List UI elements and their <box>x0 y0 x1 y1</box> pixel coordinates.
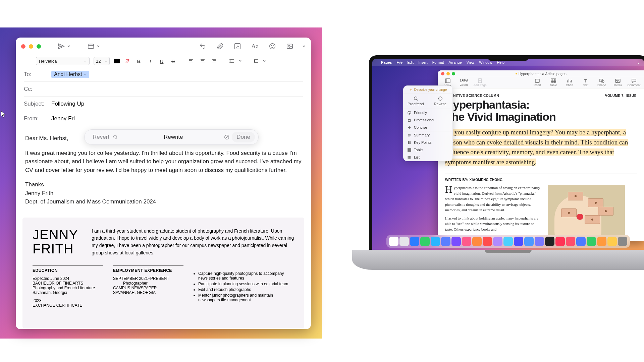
rewrite-icon[interactable] <box>224 134 230 140</box>
menu-insert[interactable]: Insert <box>418 60 428 64</box>
dock-app[interactable] <box>587 237 596 246</box>
dock-app[interactable] <box>545 237 554 246</box>
dock-app[interactable] <box>389 237 398 246</box>
insert-tool[interactable]: Insert <box>531 78 544 87</box>
pages-document[interactable]: COGNITIVE SCIENCE COLUMN VOLUME 7, ISSUE… <box>438 88 644 241</box>
dock-app[interactable] <box>420 237 430 246</box>
dock-app[interactable] <box>472 237 482 246</box>
text-color-swatch[interactable] <box>114 59 120 63</box>
subject-value: Following Up <box>51 101 84 107</box>
done-button[interactable]: Done <box>232 132 255 142</box>
menu-format[interactable]: Format <box>432 60 444 64</box>
proofread-button[interactable]: Proofread <box>404 94 428 109</box>
close-button[interactable] <box>21 44 25 49</box>
dock-app[interactable] <box>607 237 617 246</box>
dock-app[interactable] <box>535 237 544 246</box>
table-tool[interactable]: Table <box>547 78 560 87</box>
professional-option[interactable]: Professional <box>404 116 452 124</box>
summary-option[interactable]: Summary <box>404 131 452 139</box>
menu-app[interactable]: Pages <box>381 60 392 64</box>
dock-app[interactable] <box>451 237 461 246</box>
add-page-tool[interactable]: Add Page <box>473 78 487 87</box>
svg-point-20 <box>408 111 411 114</box>
zoom-tool[interactable]: 135%Zoom <box>457 79 471 86</box>
align-center-icon[interactable] <box>199 57 206 65</box>
dock-app[interactable] <box>524 237 534 246</box>
dock-app[interactable] <box>555 237 565 246</box>
svg-point-16 <box>601 80 604 83</box>
employment-header: EMPLOYMENT EXPERIENCE <box>113 265 183 273</box>
cc-field-row[interactable]: Cc: <box>24 82 303 97</box>
rewrite-button[interactable]: Rewrite <box>428 94 452 109</box>
dock-app[interactable] <box>493 237 502 246</box>
dock-app[interactable] <box>566 237 575 246</box>
chevron-down-icon[interactable] <box>238 59 242 63</box>
list-icon[interactable] <box>228 57 236 65</box>
dock-app[interactable] <box>399 237 409 246</box>
font-select[interactable]: Helvetica⌄ <box>36 57 90 65</box>
rewrite-label: Rewrite <box>164 134 183 140</box>
wifi-icon[interactable]: ⌄ <box>637 60 640 65</box>
minimize-button[interactable] <box>29 44 33 49</box>
attachment-icon[interactable] <box>216 43 224 50</box>
header-fields-icon[interactable] <box>87 43 95 50</box>
menu-help[interactable]: Help <box>497 60 504 64</box>
dock-app[interactable] <box>618 237 627 246</box>
chevron-down-icon[interactable] <box>97 45 100 48</box>
format-icon[interactable]: Aa <box>251 43 259 50</box>
comment-tool[interactable]: Comment <box>627 78 641 87</box>
list-option[interactable]: List <box>404 154 452 161</box>
photo-icon[interactable] <box>286 43 293 50</box>
underline-button[interactable]: U <box>158 57 165 65</box>
italic-button[interactable]: I <box>147 57 154 65</box>
dock-app[interactable] <box>597 237 606 246</box>
dock-app[interactable] <box>576 237 586 246</box>
dock-app[interactable] <box>410 237 419 246</box>
shape-tool[interactable]: Shape <box>595 78 608 87</box>
dock-app[interactable] <box>431 237 440 246</box>
describe-change-field[interactable]: Describe your change <box>404 86 452 94</box>
dock-app[interactable] <box>514 237 523 246</box>
markup-icon[interactable] <box>234 43 241 50</box>
menu-file[interactable]: File <box>396 60 402 64</box>
media-tool[interactable]: Media <box>611 78 625 87</box>
indent-icon[interactable] <box>253 57 260 65</box>
zoom-button[interactable] <box>37 44 41 49</box>
resume-name: JENNY FRITH <box>33 228 78 257</box>
concise-option[interactable]: Concise <box>404 124 452 131</box>
chart-tool[interactable]: Chart <box>563 78 576 87</box>
friendly-option[interactable]: Friendly <box>404 109 452 116</box>
keypoints-option[interactable]: Key Points <box>404 139 452 146</box>
svg-point-8 <box>230 61 230 61</box>
emoji-icon[interactable] <box>269 43 276 50</box>
menu-view[interactable]: View <box>467 60 475 64</box>
text-tool[interactable]: Text <box>579 78 592 87</box>
strikethrough-button[interactable]: S <box>169 57 177 65</box>
recipient-chip[interactable]: Andi Herbst⌄ <box>51 71 89 78</box>
revert-button[interactable]: Revert <box>88 132 123 142</box>
from-field-row[interactable]: From: Jenny Fri <box>24 111 303 126</box>
menu-edit[interactable]: Edit <box>407 60 414 64</box>
menu-arrange[interactable]: Arrange <box>448 60 462 64</box>
bold-button[interactable]: B <box>135 57 143 65</box>
chevron-down-icon[interactable] <box>302 45 306 48</box>
chevron-down-icon[interactable] <box>263 59 266 63</box>
dock-app[interactable] <box>483 237 492 246</box>
align-right-icon[interactable] <box>210 57 218 65</box>
send-icon[interactable] <box>58 43 65 50</box>
svg-point-24 <box>408 143 409 144</box>
menu-window[interactable]: Window <box>479 60 492 64</box>
chevron-down-icon[interactable] <box>67 45 70 48</box>
table-option[interactable]: Table <box>404 146 452 154</box>
font-size-select[interactable]: 12⌄ <box>94 57 110 65</box>
clear-format-icon[interactable] <box>124 57 131 65</box>
dock-app[interactable] <box>503 237 513 246</box>
dock-app[interactable] <box>441 237 450 246</box>
dock-app[interactable] <box>462 237 471 246</box>
align-left-icon[interactable] <box>187 57 195 65</box>
undo-icon[interactable] <box>199 43 206 50</box>
article-intro: Do you easily conjure up mental imagery?… <box>445 127 637 167</box>
subject-field-row[interactable]: Subject: Following Up <box>24 97 303 111</box>
column-label: COGNITIVE SCIENCE COLUMN <box>445 94 499 98</box>
document-title: Hyperphantasia Article.pages <box>438 72 644 76</box>
